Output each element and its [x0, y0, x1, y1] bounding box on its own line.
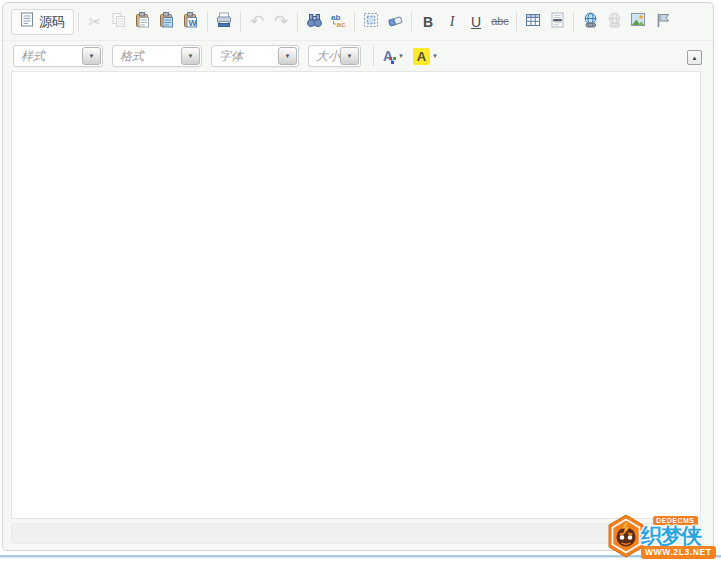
italic-button[interactable]: I — [440, 10, 464, 34]
redo-arrow-icon: ↷ — [274, 13, 288, 30]
chevron-down-icon: ▼ — [432, 53, 438, 59]
toolbar-separator — [297, 12, 298, 32]
toolbar-separator — [516, 12, 517, 32]
green-swatch — [393, 57, 396, 60]
print-button[interactable] — [212, 10, 236, 34]
scissors-icon: ✂ — [89, 14, 102, 29]
font-select[interactable]: 字体 ▼ — [211, 45, 299, 67]
background-color-icon: A — [413, 48, 430, 65]
dedecms-watermark: DEDECMS 织梦侠 WWW.2L3.NET — [606, 514, 721, 562]
copy-icon — [111, 12, 127, 32]
toolbar-separator — [207, 12, 208, 32]
underline-button[interactable]: U — [464, 10, 488, 34]
elements-path-bar — [11, 523, 701, 544]
toolbar-separator — [240, 12, 241, 32]
svg-text:W: W — [189, 17, 198, 27]
cut-button[interactable]: ✂ — [83, 10, 107, 34]
toolbar-collapse-button[interactable]: ▲ — [687, 50, 702, 65]
replace-button[interactable]: abac — [326, 10, 350, 34]
insert-image-button[interactable] — [626, 10, 650, 34]
link-globe-icon — [582, 12, 599, 32]
chevron-down-icon[interactable]: ▼ — [278, 47, 297, 65]
remove-format-button[interactable] — [383, 10, 407, 34]
bold-icon: B — [423, 15, 433, 29]
underline-icon: U — [471, 15, 481, 29]
chevron-down-icon[interactable]: ▼ — [82, 47, 101, 65]
rich-text-editor: 源码 ✂ W — [2, 2, 714, 551]
toolbar-row-2: 样式 ▼ 格式 ▼ 字体 ▼ 大小 ▼ A ▼ A ▼ — [3, 41, 713, 71]
strikethrough-button[interactable]: abc — [488, 10, 512, 34]
paste-word-icon: W — [183, 12, 199, 32]
printer-icon — [216, 12, 232, 32]
style-select-label: 样式 — [21, 48, 45, 65]
toolbar-separator — [78, 12, 79, 32]
chevron-down-icon: ▼ — [398, 53, 404, 59]
collapse-arrow-icon: ▲ — [692, 55, 698, 61]
source-document-icon — [20, 12, 34, 31]
svg-text:ac: ac — [336, 20, 345, 28]
paste-text-icon — [159, 12, 175, 32]
find-button[interactable] — [302, 10, 326, 34]
toolbar-separator — [573, 12, 574, 32]
insert-table-button[interactable] — [521, 10, 545, 34]
unlink-icon — [606, 12, 623, 32]
toolbar-row-1: 源码 ✂ W — [3, 3, 713, 41]
toolbar-separator — [411, 12, 412, 32]
unlink-button[interactable] — [602, 10, 626, 34]
italic-icon: I — [450, 15, 455, 29]
text-color-button[interactable]: A ▼ — [378, 47, 406, 66]
toolbar-separator — [373, 46, 374, 66]
text-color-icon: A — [380, 48, 396, 65]
undo-button[interactable]: ↶ — [245, 10, 269, 34]
format-select-label: 格式 — [120, 48, 144, 65]
redo-button[interactable]: ↷ — [269, 10, 293, 34]
watermark-url: WWW.2L3.NET — [641, 546, 716, 559]
paste-button[interactable] — [131, 10, 155, 34]
size-select-label: 大小 — [316, 48, 340, 65]
format-select[interactable]: 格式 ▼ — [112, 45, 202, 67]
source-code-button[interactable]: 源码 — [11, 9, 74, 35]
strikethrough-icon: abc — [491, 16, 509, 27]
page-break-icon — [550, 12, 565, 32]
chevron-down-icon[interactable]: ▼ — [340, 47, 359, 65]
insert-link-button[interactable] — [578, 10, 602, 34]
image-icon — [630, 12, 646, 31]
anchor-flag-icon — [655, 12, 670, 32]
select-all-button[interactable] — [359, 10, 383, 34]
undo-arrow-icon: ↶ — [250, 13, 264, 30]
chevron-down-icon[interactable]: ▼ — [181, 47, 200, 65]
watermark-text-block: DEDECMS 织梦侠 WWW.2L3.NET — [641, 515, 721, 561]
style-select[interactable]: 样式 ▼ — [13, 45, 103, 67]
red-swatch — [389, 57, 392, 60]
page-break-button[interactable] — [545, 10, 569, 34]
binoculars-icon — [306, 12, 323, 32]
editor-content[interactable] — [11, 71, 701, 519]
replace-icon: abac — [330, 12, 347, 32]
size-select[interactable]: 大小 ▼ — [308, 45, 361, 67]
table-icon — [525, 12, 541, 32]
hexagon-mascot-icon — [606, 514, 646, 562]
copy-button[interactable] — [107, 10, 131, 34]
paste-icon — [135, 12, 151, 32]
toolbar-separator — [354, 12, 355, 32]
font-select-label: 字体 — [219, 48, 243, 65]
paste-plain-text-button[interactable] — [155, 10, 179, 34]
select-all-icon — [363, 12, 379, 32]
eraser-icon — [387, 12, 404, 32]
source-code-label: 源码 — [39, 13, 65, 31]
anchor-button[interactable] — [650, 10, 674, 34]
background-color-button[interactable]: A ▼ — [411, 47, 440, 66]
blue-swatch — [391, 61, 394, 64]
paste-from-word-button[interactable]: W — [179, 10, 203, 34]
bold-button[interactable]: B — [416, 10, 440, 34]
